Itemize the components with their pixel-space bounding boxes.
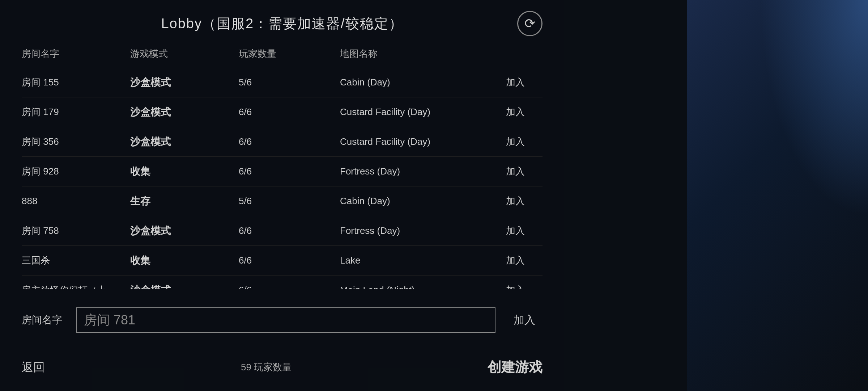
join-button[interactable]: 加入 [488, 74, 542, 91]
table-row: 房间 928收集6/6Fortress (Day)加入 [22, 157, 542, 186]
join-button[interactable]: 加入 [488, 282, 542, 289]
join-button[interactable]: 加入 [488, 223, 542, 239]
cell-room-name: 房间 758 [22, 224, 130, 237]
join-button[interactable]: 加入 [488, 163, 542, 180]
lobby-title: Lobby（国服2：需要加速器/较稳定） [161, 16, 403, 31]
join-button[interactable]: 加入 [488, 104, 542, 120]
back-button[interactable]: 返回 [22, 360, 45, 375]
table-row: 三国杀收集6/6Lake加入 [22, 246, 542, 276]
cell-room-name: 房间 356 [22, 135, 130, 148]
cell-player-count: 6/6 [239, 166, 340, 177]
cell-room-name: 888 [22, 196, 130, 207]
cell-room-name: 房主放怪你们打（上 [22, 284, 130, 289]
table-row: 房间 179沙盒模式6/6Custard Facility (Day)加入 [22, 97, 542, 127]
input-label: 房间名字 [22, 313, 65, 327]
join-button[interactable]: 加入 [488, 134, 542, 150]
col-game-mode: 游戏模式 [130, 47, 239, 60]
cell-map-name: Cabin (Day) [340, 77, 488, 88]
header: Lobby（国服2：需要加速器/较稳定） ⟳ [22, 14, 542, 33]
table-row: 房间 758沙盒模式6/6Fortress (Day)加入 [22, 216, 542, 246]
cell-game-mode: 沙盒模式 [130, 135, 239, 149]
cell-map-name: Custard Facility (Day) [340, 136, 488, 147]
table-row: 888生存5/6Cabin (Day)加入 [22, 186, 542, 216]
cell-player-count: 5/6 [239, 77, 340, 88]
cell-game-mode: 沙盒模式 [130, 224, 239, 238]
main-panel: Lobby（国服2：需要加速器/较稳定） ⟳ 房间名字 游戏模式 玩家数量 地图… [0, 0, 564, 391]
cell-map-name: Fortress (Day) [340, 166, 488, 177]
table-row: 房间 356沙盒模式6/6Custard Facility (Day)加入 [22, 127, 542, 157]
table-row: 房主放怪你们打（上沙盒模式6/6Main Land (Night)加入 [22, 276, 542, 289]
cell-game-mode: 收集 [130, 254, 239, 268]
col-room-name: 房间名字 [22, 47, 130, 60]
refresh-button[interactable]: ⟳ [517, 11, 542, 36]
cell-game-mode: 收集 [130, 165, 239, 178]
cell-player-count: 6/6 [239, 136, 340, 147]
col-map-name: 地图名称 [340, 47, 488, 60]
col-player-count: 玩家数量 [239, 47, 340, 60]
join-button[interactable]: 加入 [488, 252, 542, 269]
join-button[interactable]: 加入 [488, 193, 542, 209]
cell-game-mode: 沙盒模式 [130, 76, 239, 89]
cell-map-name: Fortress (Day) [340, 225, 488, 236]
cell-player-count: 6/6 [239, 225, 340, 236]
cell-player-count: 6/6 [239, 285, 340, 289]
cell-player-count: 5/6 [239, 196, 340, 207]
room-name-input[interactable] [76, 307, 495, 333]
player-count-display: 59 玩家数量 [241, 361, 292, 374]
cell-map-name: Custard Facility (Day) [340, 106, 488, 118]
cell-room-name: 房间 928 [22, 165, 130, 178]
input-section: 房间名字 加入 [22, 300, 542, 340]
table-row: 房间 155沙盒模式5/6Cabin (Day)加入 [22, 68, 542, 97]
cell-game-mode: 沙盒模式 [130, 283, 239, 290]
create-game-button[interactable]: 创建游戏 [488, 358, 542, 377]
refresh-icon: ⟳ [524, 16, 535, 31]
background-gradient2 [760, 0, 868, 217]
cell-player-count: 6/6 [239, 255, 340, 266]
direct-join-button[interactable]: 加入 [506, 311, 542, 329]
footer: 返回 59 玩家数量 创建游戏 [22, 351, 542, 377]
cell-game-mode: 生存 [130, 194, 239, 208]
room-list: 房间 155沙盒模式5/6Cabin (Day)加入房间 179沙盒模式6/6C… [22, 68, 542, 289]
table-header: 房间名字 游戏模式 玩家数量 地图名称 [22, 44, 542, 64]
cell-room-name: 三国杀 [22, 254, 130, 267]
cell-room-name: 房间 179 [22, 106, 130, 118]
cell-map-name: Lake [340, 255, 488, 266]
cell-map-name: Main Land (Night) [340, 285, 488, 289]
cell-map-name: Cabin (Day) [340, 196, 488, 207]
col-action [488, 47, 542, 60]
cell-game-mode: 沙盒模式 [130, 105, 239, 119]
cell-player-count: 6/6 [239, 106, 340, 118]
cell-room-name: 房间 155 [22, 76, 130, 89]
